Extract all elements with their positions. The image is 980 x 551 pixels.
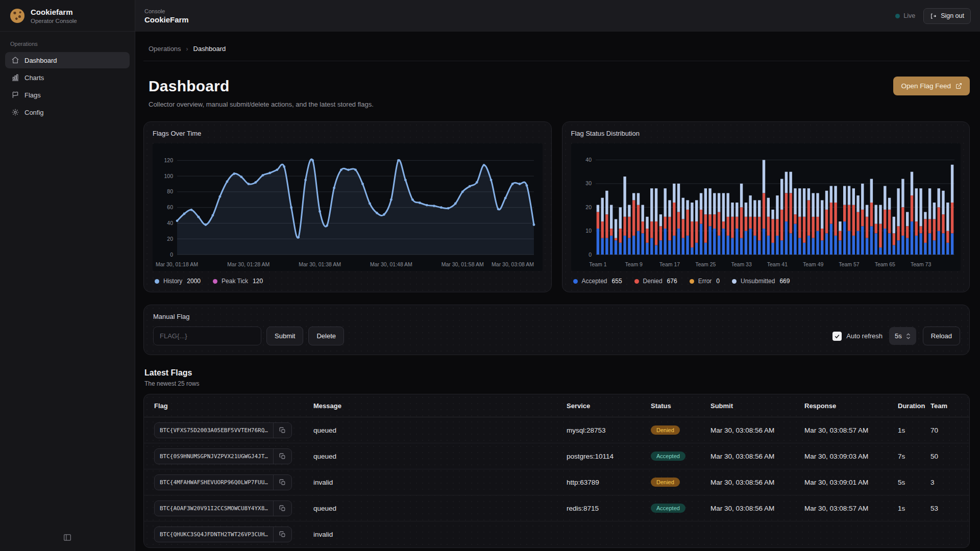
svg-text:Team 41: Team 41 [767, 261, 787, 267]
flag-value: BTC{0S9HNUMSGPNJVZPVX21UGWGJ4JT… [155, 449, 273, 464]
message-cell: queued [313, 427, 567, 434]
svg-text:Mar 30, 03:08 AM: Mar 30, 03:08 AM [492, 261, 534, 267]
duration-cell: 7s [898, 453, 930, 460]
submit-cell: Mar 30, 03:08:56 AM [710, 505, 804, 512]
column-header-message: Message [313, 402, 567, 410]
message-cell: invalid [313, 479, 567, 486]
stepper-chevrons-icon [906, 333, 911, 340]
submit-button[interactable]: Submit [266, 327, 303, 345]
legend-value: 669 [779, 278, 790, 285]
latest-flags-subtitle: The newest 25 rows [144, 380, 970, 387]
svg-text:Mar 30, 01:38 AM: Mar 30, 01:38 AM [299, 261, 341, 267]
copy-icon[interactable] [273, 527, 291, 542]
sidebar-item-config[interactable]: Config [5, 104, 130, 120]
svg-text:Team 49: Team 49 [803, 261, 823, 267]
flag-pill: BTC{4MFAHWAFSHEVUORP96Q0LWP7FUU… [154, 474, 292, 490]
column-header-duration: Duration [898, 402, 930, 410]
legend-value: 655 [612, 278, 622, 285]
svg-text:Mar 30, 01:48 AM: Mar 30, 01:48 AM [370, 261, 412, 267]
svg-text:Team 17: Team 17 [659, 261, 679, 267]
line-chart-plot: 020406080100120Mar 30, 01:18 AMMar 30, 0… [153, 143, 543, 271]
table-row: BTC{4MFAHWAFSHEVUORP96Q0LWP7FUU…invalidh… [144, 469, 969, 495]
table-header-row: FlagMessageServiceStatusSubmitResponseDu… [144, 394, 969, 417]
external-link-icon [955, 83, 962, 89]
column-header-response: Response [804, 402, 898, 410]
legend-dot-icon [573, 279, 578, 284]
gear-icon [11, 108, 19, 116]
breadcrumb: Operations › Dashboard [143, 42, 970, 61]
column-header-flag: Flag [154, 402, 313, 410]
svg-text:Mar 30, 01:28 AM: Mar 30, 01:28 AM [227, 261, 270, 267]
sign-out-button[interactable]: Sign out [923, 8, 971, 24]
svg-text:40: 40 [167, 220, 173, 226]
bar-chart-icon [11, 73, 19, 82]
svg-text:120: 120 [164, 157, 173, 163]
sidebar: Cookiefarm Operator Console Operations D… [0, 0, 135, 551]
sidebar-item-charts[interactable]: Charts [5, 69, 130, 86]
chevron-right-icon: › [186, 45, 188, 53]
page-title: Dashboard [149, 78, 230, 95]
flag-icon [11, 91, 19, 99]
delete-button[interactable]: Delete [308, 327, 344, 345]
svg-text:Team 57: Team 57 [839, 261, 859, 267]
table-body: BTC{VFXS75D2003A05EBF5VVTEH76RQ…queuedmy… [144, 417, 969, 547]
reload-button[interactable]: Reload [923, 327, 960, 345]
legend-value: 120 [253, 278, 263, 285]
response-cell: Mar 30, 03:09:01 AM [804, 479, 898, 486]
team-cell: 70 [930, 427, 959, 434]
sidebar-collapse-icon[interactable] [63, 533, 72, 544]
response-cell: Mar 30, 03:08:57 AM [804, 505, 898, 512]
svg-text:20: 20 [585, 204, 592, 210]
chart-title: Flags Over Time [153, 130, 543, 137]
flags-over-time-card: Flags Over Time 020406080100120Mar 30, 0… [143, 121, 552, 292]
submit-cell: Mar 30, 03:08:56 AM [710, 479, 804, 486]
legend-item: Denied676 [634, 278, 677, 285]
live-dot-icon [895, 14, 900, 18]
auto-refresh-checkbox[interactable] [832, 332, 842, 341]
open-flag-feed-label: Open Flag Feed [901, 82, 951, 90]
service-cell: mysql:28753 [567, 427, 651, 434]
manual-flag-title: Manual Flag [153, 313, 960, 320]
table-row: BTC{VFXS75D2003A05EBF5VVTEH76RQ…queuedmy… [144, 417, 969, 443]
brand-name: Cookiefarm [31, 8, 77, 17]
legend-dot-icon [155, 279, 159, 284]
auto-refresh-label: Auto refresh [846, 332, 883, 340]
svg-text:80: 80 [167, 188, 173, 194]
duration-cell: 5s [898, 479, 930, 486]
status-badge: Denied [651, 478, 680, 487]
legend-label: Unsubmitted [741, 278, 775, 285]
copy-icon[interactable] [273, 423, 291, 438]
flag-input[interactable] [153, 327, 261, 345]
duration-cell: 1s [898, 427, 930, 434]
svg-text:Mar 30, 01:58 AM: Mar 30, 01:58 AM [442, 261, 484, 267]
sidebar-item-flags[interactable]: Flags [5, 87, 130, 103]
open-flag-feed-button[interactable]: Open Flag Feed [893, 77, 970, 95]
flag-value: BTC{QHUKC3SQ4JFDNTH2TWT26VP3CUH… [155, 527, 273, 542]
status-badge: Accepted [651, 504, 685, 513]
svg-text:Team 65: Team 65 [874, 261, 895, 267]
flag-pill: BTC{AOAF3W20V91I2CCSMOWCU8Y4YX8… [154, 500, 292, 516]
svg-text:Team 73: Team 73 [910, 261, 930, 267]
message-cell: invalid [313, 531, 567, 538]
copy-icon[interactable] [273, 501, 291, 516]
copy-icon[interactable] [273, 449, 291, 464]
team-cell: 50 [930, 453, 959, 460]
flag-status-distribution-card: Flag Status Distribution 010203040Team 1… [562, 121, 970, 292]
svg-text:Team 25: Team 25 [695, 261, 716, 267]
svg-text:100: 100 [164, 173, 173, 179]
team-cell: 3 [930, 479, 959, 486]
legend-dot-icon [690, 279, 694, 284]
table-row: BTC{QHUKC3SQ4JFDNTH2TWT26VP3CUH…invalid [144, 521, 969, 547]
interval-select[interactable]: 5s [889, 327, 916, 345]
message-cell: queued [313, 505, 567, 512]
sidebar-item-dashboard[interactable]: Dashboard [5, 52, 130, 68]
legend-value: 0 [716, 278, 720, 285]
svg-text:20: 20 [167, 236, 173, 242]
submit-cell: Mar 30, 03:08:56 AM [710, 453, 804, 460]
copy-icon[interactable] [273, 475, 291, 490]
sign-out-label: Sign out [941, 12, 964, 19]
manual-flag-card: Manual Flag Submit Delete Auto refresh 5… [143, 305, 970, 355]
breadcrumb-parent[interactable]: Operations [149, 45, 181, 53]
status-badge: Denied [651, 425, 680, 435]
sidebar-item-label: Charts [24, 74, 44, 82]
